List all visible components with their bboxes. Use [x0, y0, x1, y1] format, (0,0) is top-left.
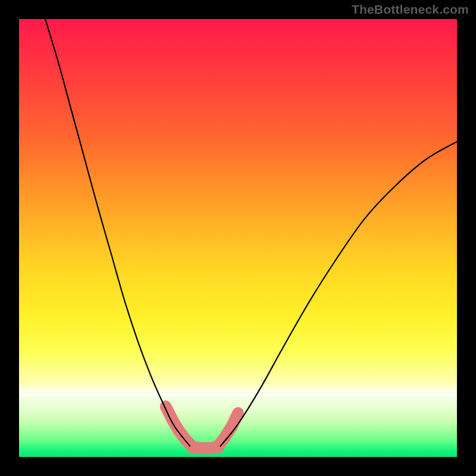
chart-frame: TheBottleneck.com: [0, 0, 476, 476]
left-branch-curve: [45, 19, 190, 446]
watermark-text: TheBottleneck.com: [352, 2, 469, 17]
right-branch-curve: [221, 142, 457, 446]
red-band-right: [218, 413, 238, 446]
red-band-left: [166, 406, 192, 446]
plot-area: [19, 19, 457, 457]
curves-svg: [19, 19, 457, 457]
